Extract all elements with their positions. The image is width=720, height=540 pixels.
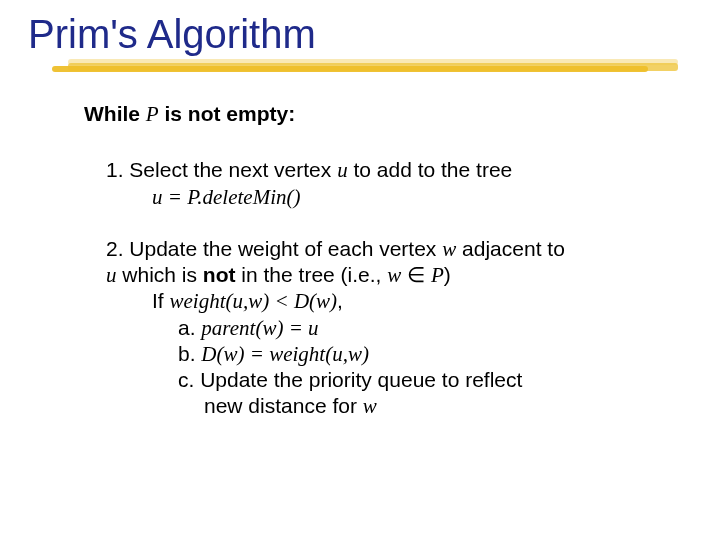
text: to add to the tree bbox=[348, 158, 513, 181]
step-1-assign: u = P.deleteMin() bbox=[152, 184, 692, 210]
text: new distance for bbox=[204, 394, 363, 417]
step-2-line2: u which is not in the tree (i.e., w ∈ P) bbox=[106, 262, 692, 288]
text: While bbox=[84, 102, 146, 125]
text: 1. Select the next vertex bbox=[106, 158, 337, 181]
var-w: w bbox=[442, 237, 456, 261]
step-1: 1. Select the next vertex u to add to th… bbox=[106, 157, 692, 210]
step-2: 2. Update the weight of each vertex w ad… bbox=[106, 236, 692, 420]
underline-stroke bbox=[52, 66, 648, 72]
var-u: u bbox=[337, 158, 348, 182]
step-2b: b. D(w) = weight(u,w) bbox=[178, 341, 692, 367]
while-condition: While P is not empty: bbox=[84, 101, 692, 127]
step-2a: a. parent(w) = u bbox=[178, 315, 692, 341]
code: D(w) = weight(u,w) bbox=[201, 342, 369, 366]
text: c. Update the priority queue to reflect bbox=[178, 368, 522, 391]
step-1-line: 1. Select the next vertex u to add to th… bbox=[106, 157, 692, 183]
step-2c-line1: c. Update the priority queue to reflect bbox=[178, 367, 692, 393]
var-P: P bbox=[146, 102, 159, 126]
text: b. bbox=[178, 342, 201, 365]
var-P: P bbox=[431, 263, 444, 287]
text: If bbox=[152, 289, 170, 312]
step-2c-line2: new distance for w bbox=[204, 393, 692, 419]
text: ) bbox=[444, 263, 451, 286]
step-2-if: If weight(u,w) < D(w), bbox=[152, 288, 692, 314]
title-underline bbox=[22, 59, 698, 73]
text: 2. Update the weight of each vertex bbox=[106, 237, 442, 260]
elem-symbol: ∈ bbox=[401, 263, 431, 286]
step-2-line1: 2. Update the weight of each vertex w ad… bbox=[106, 236, 692, 262]
var-w: w bbox=[363, 394, 377, 418]
text: adjacent to bbox=[456, 237, 565, 260]
emph-not: not bbox=[203, 263, 236, 286]
text: which is bbox=[117, 263, 203, 286]
var-u: u bbox=[106, 263, 117, 287]
code: u = P.deleteMin() bbox=[152, 185, 301, 209]
condition: weight(u,w) < D(w) bbox=[170, 289, 338, 313]
text: is not empty: bbox=[159, 102, 296, 125]
slide-body: While P is not empty: 1. Select the next… bbox=[84, 101, 692, 420]
text: in the tree (i.e., bbox=[236, 263, 388, 286]
code: parent(w) = u bbox=[201, 316, 318, 340]
slide-title: Prim's Algorithm bbox=[28, 12, 692, 57]
slide: Prim's Algorithm While P is not empty: 1… bbox=[0, 0, 720, 540]
text: , bbox=[337, 289, 343, 312]
text: a. bbox=[178, 316, 201, 339]
var-w: w bbox=[387, 263, 401, 287]
